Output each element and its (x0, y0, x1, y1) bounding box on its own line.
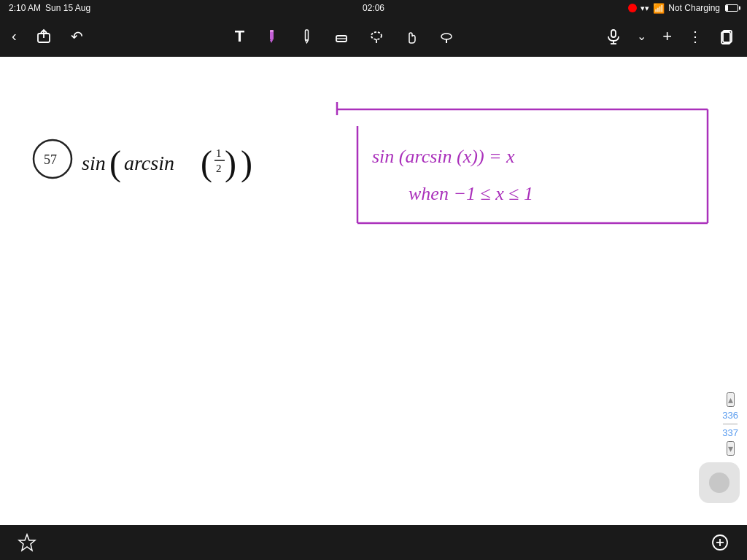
svg-text:arcsin: arcsin (124, 152, 174, 174)
battery-status-label: Not Charging (668, 3, 720, 13)
timer-display: 02:06 (363, 3, 384, 13)
toolbar-left: ‹ ↶ (9, 25, 86, 48)
svg-rect-13 (611, 30, 616, 37)
svg-text:): ) (241, 144, 252, 183)
math-handwriting: 57 sin ( arcsin ( 1 2 ) ) sin (arcsin (x (0, 57, 747, 525)
more-options-button[interactable]: ⋮ (685, 25, 706, 48)
svg-text:57: 57 (44, 152, 57, 167)
svg-text:): ) (225, 144, 236, 183)
svg-marker-3 (270, 40, 273, 43)
star-button[interactable] (12, 530, 42, 555)
svg-marker-37 (19, 534, 35, 551)
mic-button[interactable] (603, 26, 624, 47)
mic-dropdown-button[interactable]: ⌄ (634, 26, 649, 46)
battery-icon (725, 4, 738, 12)
svg-text:2: 2 (216, 163, 222, 174)
highlighter-tool-button[interactable] (436, 26, 457, 47)
toolbar-right: ⌄ + ⋮ (603, 24, 738, 49)
svg-point-11 (441, 34, 452, 39)
pen-tool-button[interactable] (260, 26, 282, 47)
finger-tool-button[interactable] (400, 26, 422, 47)
svg-marker-6 (306, 40, 309, 43)
svg-text:sin: sin (82, 152, 106, 174)
lasso-tool-button[interactable] (365, 26, 387, 47)
svg-rect-4 (270, 30, 274, 32)
pages-button[interactable] (716, 26, 738, 47)
page-counter: ▴ 336 337 ▾ (722, 392, 738, 456)
home-float-icon (709, 472, 729, 493)
bottom-toolbar (0, 525, 747, 560)
toolbar-center: T (86, 24, 603, 49)
zoom-button[interactable] (705, 530, 735, 555)
page-down-button[interactable]: ▾ (727, 441, 735, 456)
page-divider (723, 424, 738, 424)
total-page-number: 337 (722, 427, 738, 438)
top-toolbar: ‹ ↶ T (0, 16, 747, 57)
svg-point-9 (371, 32, 382, 39)
undo-button[interactable]: ↶ (68, 25, 86, 48)
canvas-area[interactable]: 57 sin ( arcsin ( 1 2 ) ) sin (arcsin (x (0, 57, 747, 525)
svg-text:(: ( (201, 144, 212, 183)
add-page-button[interactable]: + (659, 24, 675, 49)
status-bar: 2:10 AM Sun 15 Aug 02:06 ▾▾ 📶 Not Chargi… (0, 0, 747, 16)
svg-rect-5 (306, 30, 309, 40)
back-button[interactable]: ‹ (9, 25, 20, 47)
text-tool-button[interactable]: T (232, 24, 247, 49)
status-right: ▾▾ 📶 Not Charging (628, 3, 738, 14)
current-page-number: 336 (722, 410, 738, 421)
eraser-tool-button[interactable] (330, 26, 352, 47)
svg-text:(: ( (109, 144, 121, 183)
wifi-icon: ▾▾ (640, 4, 649, 13)
record-dot-icon (628, 4, 637, 12)
svg-text:1: 1 (216, 147, 222, 159)
status-left: 2:10 AM Sun 15 Aug (9, 3, 90, 13)
svg-text:sin (arcsin (x)) = x: sin (arcsin (x)) = x (372, 146, 515, 167)
svg-text:when  −1 ≤ x ≤ 1: when −1 ≤ x ≤ 1 (409, 183, 533, 204)
date-display: Sun 15 Aug (45, 3, 90, 13)
wifi-signal-icon: 📶 (653, 3, 665, 14)
battery-fill (726, 5, 728, 11)
page-up-button[interactable]: ▴ (727, 392, 735, 407)
home-float-button[interactable] (699, 462, 740, 503)
share-button[interactable] (33, 26, 55, 47)
svg-point-18 (34, 140, 71, 178)
time-display: 2:10 AM (9, 3, 41, 13)
pencil-tool-button[interactable] (295, 26, 317, 47)
